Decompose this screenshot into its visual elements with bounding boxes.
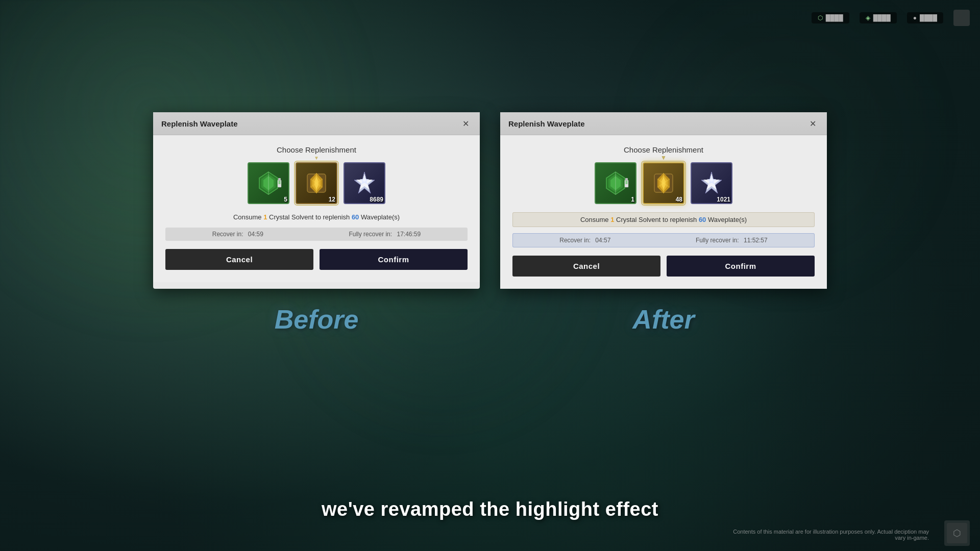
after-close-button[interactable]: ✕ (806, 117, 819, 130)
after-recovery-bar: Recover in: 04:57 Fully recover in: 11:5… (512, 233, 815, 247)
before-fully-recover-label: Fully recover in: 17:46:59 (349, 231, 421, 238)
after-dialog-header: Replenish Waveplate ✕ (500, 112, 827, 135)
before-gold-count: 12 (329, 196, 335, 203)
after-consume-text: Consume 1 Crystal Solvent to replenish 6… (512, 212, 815, 227)
svg-rect-5 (278, 178, 281, 181)
hud-icon-2: ◈ (866, 14, 870, 21)
before-item-gold-bg (296, 162, 337, 204)
after-consume-wrapper: Consume 1 Crystal Solvent to replenish 6… (512, 212, 815, 227)
svg-line-31 (657, 179, 670, 187)
after-crystal-count: 1 (631, 196, 634, 203)
svg-marker-26 (657, 173, 670, 193)
after-cancel-button[interactable]: Cancel (512, 256, 660, 277)
hud-item-4 (953, 10, 970, 26)
svg-marker-28 (662, 177, 666, 189)
before-cancel-button[interactable]: Cancel (165, 249, 313, 270)
before-item-crystal-bg (248, 162, 289, 204)
after-star-icon (698, 170, 725, 196)
after-item-gold-bg (643, 162, 684, 204)
hud-text-1: ████ (826, 14, 843, 21)
before-item-gold[interactable]: 12 (296, 162, 337, 204)
svg-marker-10 (314, 177, 318, 189)
before-close-button[interactable]: ✕ (459, 117, 472, 130)
after-gold-count: 48 (676, 196, 682, 203)
star-icon (351, 170, 378, 196)
before-close-icon: ✕ (462, 119, 469, 129)
crystal-solvent-icon (255, 170, 282, 196)
svg-rect-6 (279, 181, 281, 184)
after-choose-title: Choose Replenishment (512, 145, 815, 154)
svg-line-12 (310, 179, 323, 187)
svg-point-17 (363, 179, 366, 182)
after-item-crystal-bg (595, 162, 636, 204)
gold-crystal-icon (303, 170, 330, 196)
after-item-crystal[interactable]: 1 (595, 162, 636, 204)
svg-marker-8 (310, 173, 323, 193)
before-item-crystal[interactable]: 5 (248, 162, 289, 204)
before-buttons-row: Cancel Confirm (165, 249, 468, 270)
after-crystal-solvent-icon (602, 170, 629, 196)
dialogs-row: Replenish Waveplate ✕ Choose Replenishme… (0, 112, 980, 289)
after-items-row: 1 ▼ (512, 162, 815, 204)
hud-item-1: ⬡ ████ (812, 12, 849, 23)
svg-rect-25 (654, 174, 673, 192)
before-consume-wrapper: Consume 1 Crystal Solvent to replenish 6… (165, 212, 468, 221)
after-item-star[interactable]: 1021 (691, 162, 732, 204)
after-fully-recover-label: Fully recover in: 11:52:57 (696, 237, 768, 244)
svg-rect-7 (307, 174, 326, 192)
svg-marker-27 (659, 175, 668, 191)
after-dialog-body: Choose Replenishment (500, 135, 827, 289)
hud-text-3: ████ (920, 14, 937, 21)
before-label: Before (153, 304, 480, 335)
before-dialog-header: Replenish Waveplate ✕ (153, 112, 480, 135)
before-crystal-count: 5 (284, 196, 287, 203)
before-consume-text: Consume 1 Crystal Solvent to replenish 6… (233, 213, 400, 221)
after-close-icon: ✕ (810, 119, 816, 129)
comparison-labels: Before After (0, 304, 980, 335)
svg-point-35 (710, 179, 713, 182)
before-dialog: Replenish Waveplate ✕ Choose Replenishme… (153, 112, 480, 289)
svg-line-13 (310, 179, 323, 187)
before-item-star[interactable]: 8689 (344, 162, 385, 204)
after-selected-indicator: ▼ (660, 154, 667, 161)
after-item-gold[interactable]: ▼ 48 (643, 162, 684, 204)
hud-text-2: ████ (873, 14, 891, 21)
before-items-row: 5 (165, 162, 468, 204)
after-gold-crystal-icon (650, 170, 677, 196)
after-star-count: 1021 (717, 196, 730, 203)
after-confirm-button[interactable]: Confirm (667, 256, 815, 277)
before-dialog-title: Replenish Waveplate (161, 119, 238, 128)
hud-icon-1: ⬡ (818, 14, 823, 21)
before-choose-title: Choose Replenishment (165, 145, 468, 154)
after-label: After (500, 304, 827, 335)
top-hud: ⬡ ████ ◈ ████ ● ████ (0, 0, 980, 36)
hud-item-3: ● ████ (907, 12, 943, 23)
after-dialog-title: Replenish Waveplate (508, 119, 585, 128)
before-confirm-button[interactable]: Confirm (320, 249, 468, 270)
after-dialog: Replenish Waveplate ✕ Choose Replenishme… (500, 112, 827, 289)
before-dialog-body: Choose Replenishment (153, 135, 480, 282)
before-recover-label: Recover in: 04:59 (212, 231, 263, 238)
hud-item-2: ◈ ████ (860, 12, 897, 23)
main-container: ⬡ ████ ◈ ████ ● ████ Replenish Waveplate… (0, 0, 980, 551)
hud-icon-3: ● (913, 14, 917, 21)
before-star-count: 8689 (370, 196, 383, 203)
svg-rect-23 (625, 178, 628, 181)
svg-rect-24 (626, 181, 628, 184)
before-recovery-bar: Recover in: 04:59 Fully recover in: 17:4… (165, 228, 468, 241)
after-buttons-row: Cancel Confirm (512, 256, 815, 277)
svg-marker-9 (312, 175, 321, 191)
after-recover-label: Recover in: 04:57 (559, 237, 610, 244)
svg-line-30 (657, 179, 670, 187)
